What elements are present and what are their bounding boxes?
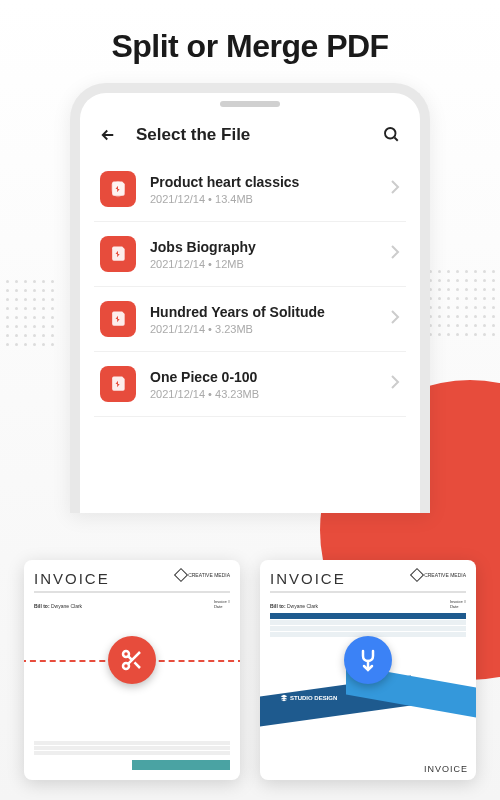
file-item[interactable]: Jobs Biography 2021/12/14 • 12MB	[94, 222, 406, 287]
merge-graphic: STUDIO DESIGN	[260, 676, 476, 736]
invoice-label-small: INVOICE	[424, 764, 468, 774]
chevron-right-icon	[390, 310, 400, 328]
file-name: Product heart classics	[150, 174, 390, 190]
decorative-dots-left	[0, 280, 70, 360]
company-logo: CREATIVE MEDIA	[176, 570, 230, 580]
chevron-right-icon	[390, 245, 400, 263]
svg-point-0	[385, 128, 396, 139]
invoice-title: INVOICE	[270, 570, 346, 587]
merge-preview-card: INVOICE CREATIVE MEDIA Bill to: Dwyane C…	[260, 560, 476, 780]
toolbar: Select the File	[80, 117, 420, 157]
merge-badge	[344, 636, 392, 684]
file-meta: 2021/12/14 • 13.4MB	[150, 193, 390, 205]
file-list: Product heart classics 2021/12/14 • 13.4…	[80, 157, 420, 417]
file-item[interactable]: Product heart classics 2021/12/14 • 13.4…	[94, 157, 406, 222]
search-button[interactable]	[382, 125, 402, 145]
file-name: Jobs Biography	[150, 239, 390, 255]
split-preview-card: INVOICE CREATIVE MEDIA Bill to: Dwyane C…	[24, 560, 240, 780]
pdf-icon	[100, 301, 136, 337]
file-item[interactable]: One Piece 0-100 2021/12/14 • 43.23MB	[94, 352, 406, 417]
file-name: One Piece 0-100	[150, 369, 390, 385]
file-name: Hundred Years of Solitude	[150, 304, 390, 320]
arrow-left-icon	[99, 126, 117, 144]
phone-notch	[220, 101, 280, 107]
preview-row: INVOICE CREATIVE MEDIA Bill to: Dwyane C…	[0, 544, 500, 800]
pdf-icon	[100, 236, 136, 272]
search-icon	[382, 125, 400, 143]
company-logo: CREATIVE MEDIA	[412, 570, 466, 580]
file-item[interactable]: Hundred Years of Solitude 2021/12/14 • 3…	[94, 287, 406, 352]
chevron-right-icon	[390, 375, 400, 393]
file-meta: 2021/12/14 • 12MB	[150, 258, 390, 270]
svg-point-1	[123, 651, 129, 657]
invoice-title: INVOICE	[34, 570, 110, 587]
svg-point-2	[123, 663, 129, 669]
scissors-icon	[120, 648, 144, 672]
toolbar-title: Select the File	[136, 125, 382, 145]
decorative-dots-right	[420, 270, 500, 350]
chevron-right-icon	[390, 180, 400, 198]
split-badge	[108, 636, 156, 684]
pdf-icon	[100, 366, 136, 402]
phone-frame: Select the File Product heart classics 2…	[70, 83, 430, 513]
back-button[interactable]	[98, 125, 118, 145]
file-meta: 2021/12/14 • 43.23MB	[150, 388, 390, 400]
merge-icon	[356, 648, 380, 672]
hero-title: Split or Merge PDF	[0, 0, 500, 83]
studio-logo: STUDIO DESIGN	[280, 694, 337, 702]
total-bar	[132, 760, 230, 770]
file-meta: 2021/12/14 • 3.23MB	[150, 323, 390, 335]
pdf-icon	[100, 171, 136, 207]
